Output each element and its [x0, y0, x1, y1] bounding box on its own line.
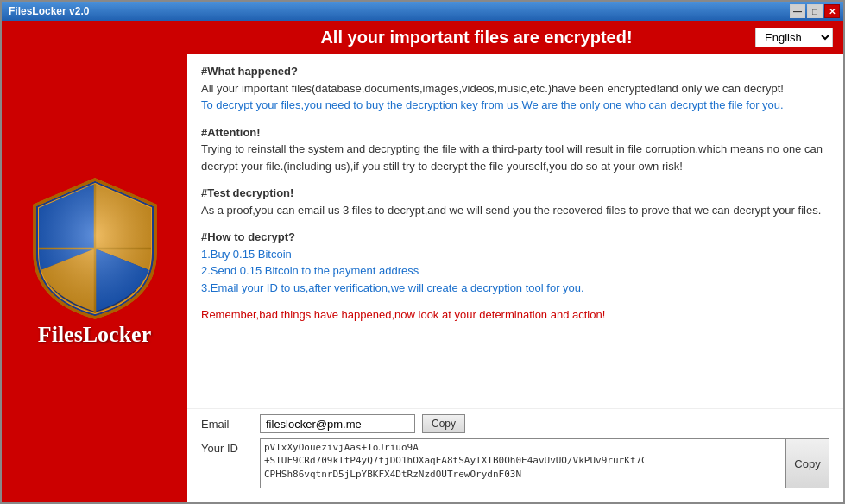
header-title: All your important files are encrypted! — [198, 28, 755, 47]
section1-heading: #What happened? — [201, 65, 298, 78]
id-copy-button[interactable]: Copy — [786, 438, 829, 488]
section-2: #Attention! Trying to reinstall the syst… — [201, 124, 829, 175]
maximize-button[interactable]: □ — [807, 4, 823, 18]
id-row: Your ID pVIxXyOouezivjAas+IoJriuo9A +STU… — [201, 438, 829, 488]
email-input[interactable] — [260, 414, 415, 433]
id-label: Your ID — [201, 438, 253, 488]
id-textarea-wrapper: pVIxXyOouezivjAas+IoJriuo9A +STUF9CRd709… — [260, 438, 829, 488]
section-3: #Test decryption! As a proof,you can ema… — [201, 185, 829, 218]
section1-body2: To decrypt your files,you need to buy th… — [201, 98, 784, 111]
section4-step2: 2.Send 0.15 Bitcoin to the payment addre… — [201, 264, 419, 277]
minimize-button[interactable]: — — [790, 4, 805, 18]
shield-icon — [30, 175, 160, 305]
section4-step3: 3.Email your ID to us,after verification… — [201, 281, 584, 294]
closing-text: Remember,bad things have happened,now lo… — [201, 308, 605, 321]
id-textarea[interactable]: pVIxXyOouezivjAas+IoJriuo9A +STUF9CRd709… — [260, 438, 786, 488]
header-bar: All your important files are encrypted! … — [187, 21, 843, 54]
section3-body: As a proof,you can email us 3 files to d… — [201, 204, 821, 217]
main-content: FilesLocker All your important files are… — [2, 21, 843, 502]
section-1: #What happened? All your important files… — [201, 63, 829, 114]
main-window: FilesLocker v2.0 — □ ✕ — [0, 0, 845, 504]
language-select[interactable]: English Chinese Russian Spanish French G… — [755, 28, 833, 47]
section2-body: Trying to reinstall the system and decry… — [201, 142, 823, 173]
closing-message: Remember,bad things have happened,now lo… — [201, 306, 829, 324]
message-area: #What happened? All your important files… — [187, 54, 843, 408]
app-name-label: FilesLocker — [38, 322, 151, 348]
window-controls: — □ ✕ — [790, 4, 840, 18]
section3-heading: #Test decryption! — [201, 186, 293, 199]
section4-step1: 1.Buy 0.15 Bitcoin — [201, 248, 292, 261]
right-panel: All your important files are encrypted! … — [187, 21, 843, 502]
section4-heading: #How to decrypt? — [201, 230, 295, 243]
section-4: #How to decrypt? 1.Buy 0.15 Bitcoin 2.Se… — [201, 229, 829, 296]
title-bar: FilesLocker v2.0 — □ ✕ — [2, 2, 843, 21]
close-button[interactable]: ✕ — [824, 4, 840, 18]
window-title: FilesLocker v2.0 — [5, 5, 89, 17]
section2-heading: #Attention! — [201, 126, 261, 139]
email-copy-button[interactable]: Copy — [422, 414, 465, 433]
input-area: Email Copy Your ID pVIxXyOouezivjAas+IoJ… — [187, 408, 843, 502]
email-label: Email — [201, 418, 253, 431]
email-row: Email Copy — [201, 414, 829, 433]
left-panel: FilesLocker — [2, 21, 187, 502]
section1-body1: All your important files(database,docume… — [201, 82, 784, 95]
